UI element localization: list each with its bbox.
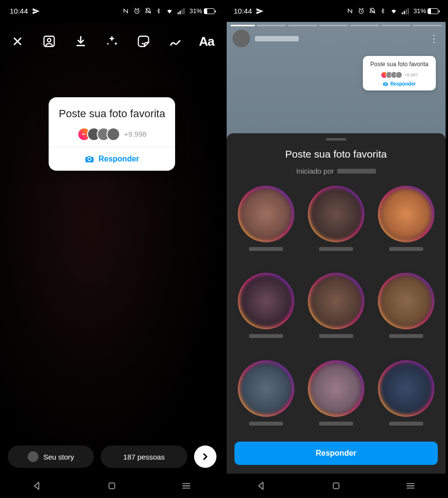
signal-icon	[402, 8, 410, 15]
text-tool-icon[interactable]: Aa	[198, 33, 215, 50]
sticker-prompt-text: Poste sua foto favorita	[57, 107, 166, 121]
response-story[interactable]	[375, 186, 438, 264]
sheet-drag-handle[interactable]	[326, 138, 346, 141]
phone-story-viewer: 10:44 31% ⋮ Poste sua foto favorita	[224, 0, 448, 498]
response-story[interactable]	[234, 186, 298, 264]
response-username	[249, 334, 283, 338]
story-header: ⋮	[233, 30, 440, 47]
effects-icon[interactable]	[103, 33, 121, 50]
silent-icon	[369, 7, 376, 15]
home-nav-icon[interactable]	[107, 481, 117, 491]
next-button[interactable]	[194, 445, 216, 468]
mini-avatars	[381, 71, 402, 78]
svg-rect-12	[408, 8, 409, 14]
response-username	[249, 247, 283, 251]
svg-rect-4	[183, 8, 184, 14]
tag-person-icon[interactable]	[40, 33, 58, 50]
your-story-button[interactable]: Seu story	[8, 445, 94, 468]
camera-icon	[85, 154, 94, 164]
nfc-icon	[346, 7, 354, 15]
response-story[interactable]	[234, 360, 298, 439]
sheet-subtitle: Iniciado por	[234, 167, 438, 175]
alarm-icon	[358, 7, 365, 15]
svg-rect-10	[404, 11, 405, 14]
home-nav-icon[interactable]	[331, 481, 341, 491]
battery-indicator: 31%	[413, 7, 438, 15]
response-username	[389, 247, 423, 251]
battery-percent: 31%	[413, 7, 426, 15]
download-icon[interactable]	[72, 33, 90, 50]
svg-point-6	[47, 38, 51, 42]
response-username	[389, 422, 423, 426]
share-bar: Seu story 187 pessoas	[0, 445, 224, 468]
status-time: 10:44	[234, 7, 252, 15]
camera-icon	[383, 81, 388, 87]
sticker-respond-button[interactable]: Responder	[49, 147, 175, 171]
add-yours-sticker-mini[interactable]: Poste sua foto favorita +9.997 Responder	[363, 56, 436, 90]
sheet-title: Poste sua foto favorita	[234, 148, 438, 160]
respond-button[interactable]: Responder	[234, 442, 438, 465]
poster-avatar[interactable]	[233, 30, 250, 47]
avatar	[28, 451, 38, 462]
status-time: 10:44	[10, 7, 28, 15]
draw-icon[interactable]	[166, 33, 184, 50]
back-nav-icon[interactable]	[32, 480, 43, 491]
battery-indicator: 31%	[189, 7, 214, 15]
response-username	[319, 247, 353, 251]
sticker-icon[interactable]	[135, 33, 152, 50]
nfc-icon	[122, 7, 129, 15]
response-username	[319, 334, 353, 338]
recent-nav-icon[interactable]	[181, 480, 192, 491]
chevron-right-icon	[200, 451, 211, 462]
story-canvas[interactable]	[0, 22, 224, 474]
mini-respond: Responder	[367, 81, 432, 87]
response-username	[389, 334, 423, 338]
wifi-icon	[390, 8, 398, 15]
svg-rect-7	[109, 483, 115, 489]
svg-rect-2	[179, 11, 180, 14]
response-story[interactable]	[305, 186, 368, 264]
bluetooth-icon	[380, 7, 386, 15]
svg-rect-9	[402, 12, 403, 14]
close-icon[interactable]	[9, 33, 26, 50]
response-story[interactable]	[375, 273, 438, 351]
battery-percent: 31%	[189, 7, 202, 15]
alarm-icon	[133, 7, 141, 15]
svg-rect-11	[406, 9, 407, 14]
participants-avatars	[77, 127, 120, 141]
mini-count: +9.997	[404, 72, 418, 77]
close-friends-button[interactable]: 187 pessoas	[101, 445, 187, 468]
recent-nav-icon[interactable]	[405, 480, 416, 491]
status-bar: 10:44 31%	[224, 0, 448, 22]
wifi-icon	[165, 8, 174, 15]
responses-grid[interactable]	[234, 186, 438, 439]
mini-prompt-text: Poste sua foto favorita	[367, 61, 432, 69]
send-icon	[256, 7, 264, 15]
android-navbar	[224, 474, 448, 498]
signal-icon	[178, 8, 185, 15]
svg-rect-13	[333, 483, 339, 489]
silent-icon	[144, 7, 152, 15]
response-story[interactable]	[305, 360, 368, 439]
send-icon	[32, 7, 40, 15]
poster-username[interactable]	[255, 36, 299, 41]
originator-username[interactable]	[337, 169, 376, 174]
status-bar: 10:44 31%	[0, 0, 224, 22]
android-navbar	[0, 474, 224, 498]
more-options-icon[interactable]: ⋮	[429, 33, 440, 44]
participants-count: +9.998	[124, 130, 146, 138]
back-nav-icon[interactable]	[256, 480, 267, 491]
svg-rect-3	[181, 9, 182, 14]
bluetooth-icon	[156, 7, 161, 15]
response-story[interactable]	[375, 360, 438, 439]
response-username	[249, 422, 283, 426]
add-yours-bottom-sheet: Poste sua foto favorita Iniciado por Res…	[227, 133, 446, 474]
add-yours-sticker[interactable]: Poste sua foto favorita +9.998 Responder	[49, 97, 175, 171]
response-story[interactable]	[305, 273, 368, 351]
response-username	[319, 422, 353, 426]
story-progress	[231, 25, 442, 26]
response-story[interactable]	[234, 273, 298, 351]
editor-toolbar: Aa	[0, 27, 224, 56]
phone-story-editor: 10:44 31%	[0, 0, 224, 498]
svg-rect-1	[178, 12, 179, 14]
